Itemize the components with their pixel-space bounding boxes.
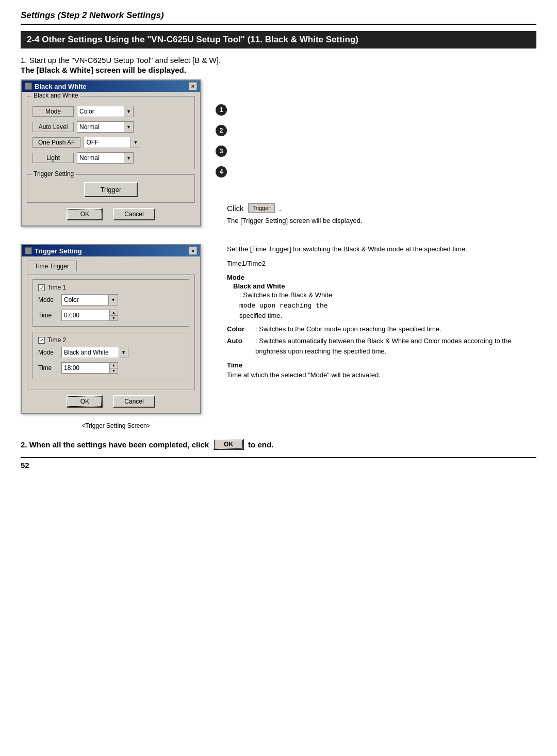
light-select[interactable]: Normal ▼ <box>77 152 134 164</box>
time1-mode-value: Color <box>62 296 108 303</box>
time1-up-arrow[interactable]: ▲ <box>110 310 118 316</box>
time12-label: Time1/Time2 <box>227 259 536 269</box>
onepushaf-select[interactable]: OFF ▼ <box>84 137 140 148</box>
bw-group-box: Black and White Mode Color ▼ Aut <box>27 96 195 169</box>
mode-label: Mode <box>32 106 74 117</box>
time1-down-arrow[interactable]: ▼ <box>110 316 118 321</box>
step2-line: 2. When all the settings have been compl… <box>21 439 536 450</box>
trigger-group-label: Trigger Setting <box>31 170 76 178</box>
autolevel-value: Normal <box>77 123 124 131</box>
autolevel-label: Auto Level <box>32 122 74 132</box>
annotation-3: 3 <box>216 146 227 157</box>
step1-line1: 1. Start up the "VN-C625U Setup Tool" an… <box>21 56 536 65</box>
trigger-screen-text: The [Trigger Setting] screen will be dis… <box>227 216 536 226</box>
mode-desc-label: Mode <box>227 274 244 281</box>
trigger-dialog: Trigger Setting × Time Trigger ✓ Time 1 <box>21 244 201 414</box>
time1-time-row: Time 07:00 ▲ ▼ <box>38 310 184 321</box>
bw-desc1: : Switches to the Black & White mode upo… <box>233 290 536 321</box>
light-value: Normal <box>77 154 124 162</box>
time2-group: ✓ Time 2 Mode Black and White ▼ Time <box>32 332 189 379</box>
page-header: Settings (Step 2 Network Settings) <box>21 10 536 25</box>
onepushaf-row: One Push AF OFF ▼ <box>32 137 189 148</box>
bw-dialog-buttons: OK Cancel <box>27 208 195 220</box>
step1-line2: The [Black & White] screen will be displ… <box>21 66 536 74</box>
time-trigger-tab[interactable]: Time Trigger <box>27 261 77 271</box>
time2-mode-row: Mode Black and White ▼ <box>38 347 184 358</box>
trigger-dialog-close[interactable]: × <box>189 247 197 255</box>
click-line: Click Trigger . <box>227 203 536 213</box>
bw-group-label: Black and White <box>31 92 80 99</box>
trigger-button[interactable]: Trigger <box>84 182 138 197</box>
mode-arrow[interactable]: ▼ <box>124 106 133 117</box>
time2-checkbox[interactable]: ✓ <box>38 337 45 344</box>
time2-time-value: 18:00 <box>62 364 109 372</box>
page-number: 52 <box>21 457 536 470</box>
trigger-ok-button[interactable]: OK <box>67 395 103 408</box>
time2-time-label: Time <box>38 364 61 372</box>
auto-desc-row: Auto : Switches automatically between th… <box>227 336 536 356</box>
time2-spinners: ▲ ▼ <box>109 363 118 373</box>
trigger-intro: Set the [Time Trigger] for switching the… <box>227 244 536 254</box>
time2-mode-label: Mode <box>38 349 61 356</box>
annotation-4: 4 <box>216 166 227 178</box>
trigger-dialog-title: Trigger Setting <box>35 247 82 255</box>
time2-mode-select[interactable]: Black and White ▼ <box>61 347 128 358</box>
time2-up-arrow[interactable]: ▲ <box>110 363 118 368</box>
step2-text-before: 2. When all the settings have been compl… <box>21 440 209 449</box>
onepushaf-value: OFF <box>84 139 130 146</box>
time1-group: ✓ Time 1 Mode Color ▼ Time <box>32 279 189 327</box>
time2-checkbox-row: ✓ Time 2 <box>38 336 184 344</box>
time2-mode-value: Black and White <box>62 349 119 356</box>
bw-cancel-button[interactable]: Cancel <box>113 208 155 220</box>
click-label: Click <box>227 204 244 213</box>
time1-checkbox-row: ✓ Time 1 <box>38 284 184 291</box>
light-arrow[interactable]: ▼ <box>124 153 133 163</box>
auto-label: Auto <box>227 336 255 356</box>
time1-mode-arrow[interactable]: ▼ <box>108 295 118 305</box>
bw-dialog-close[interactable]: × <box>189 82 197 90</box>
mode-row: Mode Color ▼ <box>32 106 189 117</box>
step2-ok-btn: OK <box>213 439 244 450</box>
trigger-mini-btn: Trigger <box>248 203 275 213</box>
time1-spinners: ▲ ▼ <box>109 310 118 320</box>
bw-desc-label: Black and White <box>233 282 536 290</box>
time2-time-input[interactable]: 18:00 ▲ ▼ <box>61 362 118 374</box>
time1-mode-select[interactable]: Color ▼ <box>61 294 118 305</box>
autolevel-select[interactable]: Normal ▼ <box>77 121 134 133</box>
time1-mode-label: Mode <box>38 296 61 303</box>
trigger-caption: <Trigger Setting Screen> <box>21 422 211 429</box>
onepushaf-label: One Push AF <box>32 137 80 148</box>
time2-down-arrow[interactable]: ▼ <box>110 368 118 374</box>
time1-time-input[interactable]: 07:00 ▲ ▼ <box>61 310 118 321</box>
dialog-icon <box>25 83 32 90</box>
right-col-trigger: Set the [Time Trigger] for switching the… <box>211 244 536 429</box>
annotation-2: 2 <box>216 125 227 136</box>
time-desc-text: Time at which the selected "Mode" will b… <box>227 370 536 380</box>
trigger-cancel-button[interactable]: Cancel <box>113 395 155 408</box>
light-row: Light Normal ▼ <box>32 152 189 164</box>
bw-dialog: Black and White × Black and White Mode C… <box>21 79 201 227</box>
time1-time-value: 07:00 <box>62 312 109 319</box>
step2-text-after: to end. <box>248 440 273 449</box>
color-label: Color <box>227 324 255 334</box>
color-desc: : Switches to the Color mode upon reachi… <box>255 324 536 334</box>
time1-mode-row: Mode Color ▼ <box>38 294 184 305</box>
autolevel-arrow[interactable]: ▼ <box>124 122 133 132</box>
color-desc-row: Color : Switches to the Color mode upon … <box>227 324 536 334</box>
trigger-dialog-buttons: OK Cancel <box>27 395 195 408</box>
time1-label: Time 1 <box>47 284 66 291</box>
bw-dialog-title: Black and White <box>35 83 86 90</box>
onepushaf-arrow[interactable]: ▼ <box>130 137 140 148</box>
trigger-dialog-titlebar: Trigger Setting × <box>22 245 200 256</box>
auto-desc: : Switches automatically between the Bla… <box>255 336 536 356</box>
mode-select[interactable]: Color ▼ <box>77 106 134 117</box>
time2-label: Time 2 <box>47 336 66 344</box>
time1-time-label: Time <box>38 312 61 319</box>
time2-mode-arrow[interactable]: ▼ <box>119 347 128 358</box>
time-desc-label: Time <box>227 361 242 369</box>
bw-ok-button[interactable]: OK <box>67 208 103 220</box>
autolevel-row: Auto Level Normal ▼ <box>32 121 189 133</box>
time2-time-row: Time 18:00 ▲ ▼ <box>38 362 184 374</box>
time1-checkbox[interactable]: ✓ <box>38 284 45 291</box>
trigger-group-box: Trigger Setting Trigger <box>27 174 195 203</box>
